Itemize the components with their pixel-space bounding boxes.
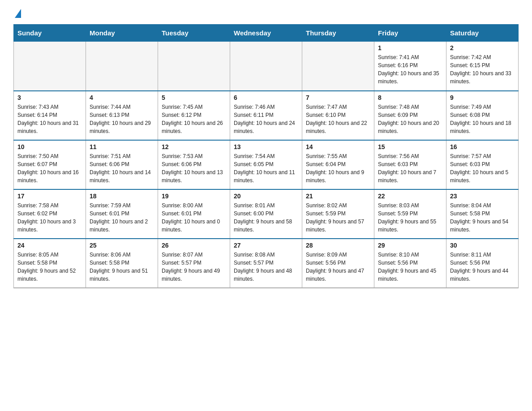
calendar-cell: 6 Sunrise: 7:46 AMSunset: 6:11 PMDayligh… [230,91,302,140]
day-info: Sunrise: 7:47 AMSunset: 6:10 PMDaylight:… [306,104,367,134]
calendar-cell: 14 Sunrise: 7:55 AMSunset: 6:04 PMDaylig… [302,140,374,189]
day-info: Sunrise: 7:46 AMSunset: 6:11 PMDaylight:… [234,104,295,134]
calendar-cell [86,42,158,91]
day-number: 6 [234,94,298,101]
day-number: 8 [378,94,442,101]
day-header-wednesday: Wednesday [230,25,302,42]
day-number: 29 [378,242,442,249]
calendar-cell [230,42,302,91]
calendar-cell: 27 Sunrise: 8:08 AMSunset: 5:57 PMDaylig… [230,239,302,288]
day-info: Sunrise: 7:45 AMSunset: 6:12 PMDaylight:… [162,104,223,134]
day-number: 25 [90,242,154,249]
day-header-saturday: Saturday [446,25,519,42]
day-number: 17 [17,193,82,200]
day-number: 3 [17,94,82,101]
day-number: 14 [306,143,370,150]
day-info: Sunrise: 8:08 AMSunset: 5:57 PMDaylight:… [234,252,292,282]
calendar-cell: 22 Sunrise: 8:03 AMSunset: 5:59 PMDaylig… [374,189,446,239]
calendar-cell: 23 Sunrise: 8:04 AMSunset: 5:58 PMDaylig… [446,189,519,239]
day-number: 5 [162,94,226,101]
day-info: Sunrise: 7:51 AMSunset: 6:06 PMDaylight:… [90,153,151,184]
calendar-cell: 7 Sunrise: 7:47 AMSunset: 6:10 PMDayligh… [302,91,374,140]
day-number: 10 [17,143,82,150]
day-number: 12 [162,143,226,150]
day-info: Sunrise: 8:02 AMSunset: 5:59 PMDaylight:… [306,202,364,233]
day-number: 26 [162,242,226,249]
day-info: Sunrise: 7:55 AMSunset: 6:04 PMDaylight:… [306,153,364,184]
day-info: Sunrise: 8:05 AMSunset: 5:58 PMDaylight:… [17,252,76,282]
calendar-cell: 19 Sunrise: 8:00 AMSunset: 6:01 PMDaylig… [158,189,230,239]
calendar-cell: 8 Sunrise: 7:48 AMSunset: 6:09 PMDayligh… [374,91,446,140]
day-info: Sunrise: 8:07 AMSunset: 5:57 PMDaylight:… [162,252,220,282]
day-info: Sunrise: 8:11 AMSunset: 5:56 PMDaylight:… [450,252,508,282]
day-info: Sunrise: 7:49 AMSunset: 6:08 PMDaylight:… [450,104,511,134]
day-info: Sunrise: 7:57 AMSunset: 6:03 PMDaylight:… [450,153,508,184]
day-info: Sunrise: 7:42 AMSunset: 6:15 PMDaylight:… [450,54,511,85]
day-number: 22 [378,193,442,200]
day-info: Sunrise: 8:06 AMSunset: 5:58 PMDaylight:… [90,252,148,282]
day-header-tuesday: Tuesday [158,25,230,42]
calendar-cell: 24 Sunrise: 8:05 AMSunset: 5:58 PMDaylig… [14,239,86,288]
day-number: 1 [378,44,442,51]
calendar-week-5: 24 Sunrise: 8:05 AMSunset: 5:58 PMDaylig… [14,239,519,288]
day-header-thursday: Thursday [302,25,374,42]
day-info: Sunrise: 7:48 AMSunset: 6:09 PMDaylight:… [378,104,439,134]
calendar-cell: 26 Sunrise: 8:07 AMSunset: 5:57 PMDaylig… [158,239,230,288]
day-info: Sunrise: 7:44 AMSunset: 6:13 PMDaylight:… [90,104,151,134]
day-info: Sunrise: 7:56 AMSunset: 6:03 PMDaylight:… [378,153,436,184]
calendar-cell: 2 Sunrise: 7:42 AMSunset: 6:15 PMDayligh… [446,42,519,91]
day-number: 2 [450,44,515,51]
calendar-cell: 28 Sunrise: 8:09 AMSunset: 5:56 PMDaylig… [302,239,374,288]
day-info: Sunrise: 7:41 AMSunset: 6:16 PMDaylight:… [378,54,439,85]
calendar-cell: 12 Sunrise: 7:53 AMSunset: 6:06 PMDaylig… [158,140,230,189]
calendar-cell: 1 Sunrise: 7:41 AMSunset: 6:16 PMDayligh… [374,42,446,91]
day-number: 9 [450,94,515,101]
day-number: 15 [378,143,442,150]
calendar-cell: 10 Sunrise: 7:50 AMSunset: 6:07 PMDaylig… [14,140,86,189]
calendar-cell [302,42,374,91]
day-number: 18 [90,193,154,200]
day-number: 23 [450,193,515,200]
day-number: 27 [234,242,298,249]
day-info: Sunrise: 7:58 AMSunset: 6:02 PMDaylight:… [17,202,76,233]
calendar-header-row: SundayMondayTuesdayWednesdayThursdayFrid… [14,25,519,42]
day-number: 4 [90,94,154,101]
calendar-cell: 30 Sunrise: 8:11 AMSunset: 5:56 PMDaylig… [446,239,519,288]
logo [13,9,21,15]
calendar-cell: 20 Sunrise: 8:01 AMSunset: 6:00 PMDaylig… [230,189,302,239]
day-info: Sunrise: 7:59 AMSunset: 6:01 PMDaylight:… [90,202,148,233]
calendar-cell: 17 Sunrise: 7:58 AMSunset: 6:02 PMDaylig… [14,189,86,239]
logo-general-text [13,9,21,17]
day-number: 30 [450,242,515,249]
day-info: Sunrise: 8:01 AMSunset: 6:00 PMDaylight:… [234,202,292,233]
calendar-cell: 13 Sunrise: 7:54 AMSunset: 6:05 PMDaylig… [230,140,302,189]
calendar-week-2: 3 Sunrise: 7:43 AMSunset: 6:14 PMDayligh… [14,91,519,140]
day-header-friday: Friday [374,25,446,42]
calendar-cell: 16 Sunrise: 7:57 AMSunset: 6:03 PMDaylig… [446,140,519,189]
day-number: 20 [234,193,298,200]
day-info: Sunrise: 7:43 AMSunset: 6:14 PMDaylight:… [17,104,79,134]
day-info: Sunrise: 8:09 AMSunset: 5:56 PMDaylight:… [306,252,364,282]
calendar-table: SundayMondayTuesdayWednesdayThursdayFrid… [13,24,519,288]
day-number: 16 [450,143,515,150]
day-info: Sunrise: 8:00 AMSunset: 6:01 PMDaylight:… [162,202,220,233]
calendar-week-4: 17 Sunrise: 7:58 AMSunset: 6:02 PMDaylig… [14,189,519,239]
calendar-week-1: 1 Sunrise: 7:41 AMSunset: 6:16 PMDayligh… [14,42,519,91]
calendar-cell: 3 Sunrise: 7:43 AMSunset: 6:14 PMDayligh… [14,91,86,140]
calendar-cell [158,42,230,91]
calendar-cell: 25 Sunrise: 8:06 AMSunset: 5:58 PMDaylig… [86,239,158,288]
calendar-cell: 9 Sunrise: 7:49 AMSunset: 6:08 PMDayligh… [446,91,519,140]
calendar-cell: 5 Sunrise: 7:45 AMSunset: 6:12 PMDayligh… [158,91,230,140]
calendar-cell: 11 Sunrise: 7:51 AMSunset: 6:06 PMDaylig… [86,140,158,189]
day-number: 19 [162,193,226,200]
calendar-cell: 4 Sunrise: 7:44 AMSunset: 6:13 PMDayligh… [86,91,158,140]
day-number: 28 [306,242,370,249]
calendar-week-3: 10 Sunrise: 7:50 AMSunset: 6:07 PMDaylig… [14,140,519,189]
day-info: Sunrise: 7:50 AMSunset: 6:07 PMDaylight:… [17,153,79,184]
day-number: 7 [306,94,370,101]
calendar-cell: 29 Sunrise: 8:10 AMSunset: 5:56 PMDaylig… [374,239,446,288]
day-number: 11 [90,143,154,150]
day-number: 21 [306,193,370,200]
day-header-sunday: Sunday [14,25,86,42]
day-info: Sunrise: 8:03 AMSunset: 5:59 PMDaylight:… [378,202,436,233]
